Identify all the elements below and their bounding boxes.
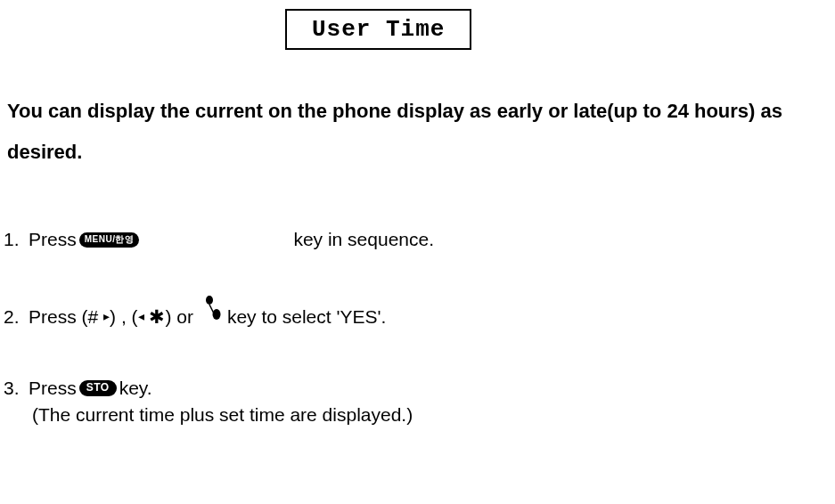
svg-point-0	[206, 296, 213, 305]
step-1-body: Press MENU/한영 key in sequence.	[29, 223, 835, 256]
step-2-body: Press (# ▸ ) , ( ◂ ✱ ) or key to select …	[29, 299, 835, 335]
intro-text: You can display the current on the phone…	[7, 91, 835, 173]
step-2-press: Press	[29, 300, 77, 334]
left-arrow-icon: ◂	[138, 305, 144, 328]
antenna-icon	[204, 296, 224, 331]
step-2-group1-open: (#	[82, 300, 99, 334]
step-1: 1. Press MENU/한영 key in sequence.	[4, 223, 835, 256]
step-3-body: Press STO key.	[29, 378, 835, 399]
menu-button-icon: MENU/한영	[79, 232, 140, 248]
star-icon: ✱	[149, 300, 165, 334]
sto-button-icon: STO	[79, 380, 117, 395]
steps-list: 1. Press MENU/한영 key in sequence. 2. Pre…	[4, 223, 835, 426]
step-1-number: 1.	[4, 223, 29, 256]
svg-point-2	[212, 309, 220, 320]
step-3-number: 3.	[4, 378, 29, 399]
step-3: 3. Press STO key. (The current time plus…	[4, 378, 835, 426]
step-3-detail: (The current time plus set time are disp…	[32, 404, 835, 426]
step-2-group1-close: ) , (	[110, 300, 138, 334]
step-1-press: Press	[29, 223, 77, 256]
page-title: User Time	[312, 16, 445, 43]
step-2-after: key to select 'YES'.	[227, 300, 386, 334]
step-1-after: key in sequence.	[293, 223, 434, 256]
title-box: User Time	[285, 9, 471, 50]
step-2: 2. Press (# ▸ ) , ( ◂ ✱ ) or key to sele…	[4, 299, 835, 335]
step-2-number: 2.	[4, 300, 29, 334]
step-2-group2-close: ) or	[165, 300, 193, 334]
right-arrow-icon: ▸	[103, 305, 110, 328]
step-3-after: key.	[119, 378, 152, 399]
step-3-press: Press	[29, 378, 77, 399]
